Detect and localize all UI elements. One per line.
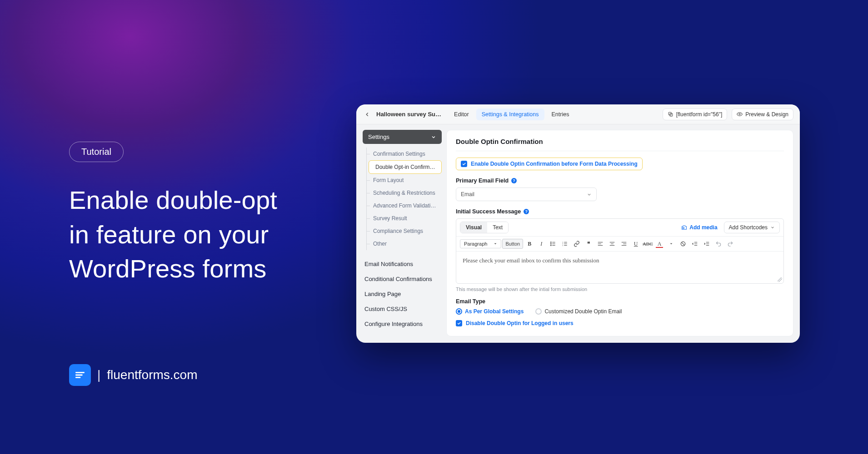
initial-success-label: Initial Success Message ?: [456, 208, 784, 215]
chevron-down-icon: [431, 134, 436, 140]
email-type-label: Email Type: [456, 298, 784, 305]
radio-unchecked-icon: [535, 308, 542, 315]
svg-text:3: 3: [562, 245, 563, 247]
shortcode-chip[interactable]: [fluentform id="56"]: [663, 109, 728, 120]
redo-icon[interactable]: [725, 239, 736, 249]
svg-point-2: [739, 114, 740, 115]
app-window: Halloween survey Su… Editor Settings & I…: [356, 104, 800, 343]
checkbox-checked-icon: [456, 320, 462, 326]
editor-textarea[interactable]: Please check your email inbox to confirm…: [456, 252, 783, 283]
chevron-down-icon: [587, 192, 592, 197]
chevron-down-icon: [770, 225, 775, 230]
editor-helper-text: This message will be shown after the int…: [456, 286, 784, 292]
editor-toolbar: Paragraph Button B I 123 ❝ U: [456, 237, 783, 252]
text-color-picker-icon[interactable]: [666, 239, 677, 249]
tab-editor[interactable]: Editor: [449, 109, 474, 120]
sidebar-item-compliance[interactable]: Compliance Settings: [367, 225, 442, 237]
sidebar-link-email-notifications[interactable]: Email Notifications: [363, 257, 442, 271]
paragraph-select[interactable]: Paragraph: [460, 239, 501, 248]
sidebar-item-scheduling[interactable]: Scheduling & Restrictions: [367, 187, 442, 199]
sidebar-group-settings[interactable]: Settings: [363, 130, 442, 144]
tab-entries[interactable]: Entries: [546, 109, 575, 120]
svg-point-5: [551, 243, 552, 244]
panel-heading: Double Optin Confirmation: [456, 138, 784, 151]
tab-settings-integrations[interactable]: Settings & Integrations: [476, 109, 544, 120]
caret-down-icon: [494, 242, 497, 246]
sidebar-link-conditional-confirmations[interactable]: Conditional Confirmations: [363, 271, 442, 286]
align-right-icon[interactable]: [619, 239, 629, 249]
svg-point-4: [551, 242, 552, 243]
media-icon: [681, 225, 687, 231]
copy-icon: [668, 111, 673, 117]
svg-point-3: [683, 227, 684, 228]
svg-point-6: [551, 245, 552, 246]
checkbox-checked-icon: [461, 161, 467, 167]
editor-tab-visual[interactable]: Visual: [460, 222, 487, 233]
sidebar-item-confirmation-settings[interactable]: Confirmation Settings: [367, 148, 442, 160]
eye-icon: [737, 111, 743, 117]
sidebar-link-configure-integrations[interactable]: Configure Integrations: [363, 316, 442, 331]
italic-icon[interactable]: I: [536, 239, 547, 249]
insert-button-tool[interactable]: Button: [502, 239, 523, 249]
sidebar-link-landing-page[interactable]: Landing Page: [363, 286, 442, 301]
radio-global-settings[interactable]: As Per Global Settings: [456, 308, 524, 315]
brand: | fluentforms.com: [69, 364, 197, 386]
enable-double-optin-checkbox[interactable]: Enable Double Optin Confirmation before …: [456, 158, 643, 170]
align-center-icon[interactable]: [607, 239, 618, 249]
disable-logged-in-checkbox[interactable]: Disable Double Optin for Logged in users: [456, 320, 784, 326]
undo-icon[interactable]: [713, 239, 724, 249]
form-title: Halloween survey Su…: [376, 111, 441, 118]
radio-customized-email[interactable]: Customized Double Optin Email: [535, 308, 622, 315]
editor-tab-text[interactable]: Text: [487, 222, 508, 233]
outdent-icon[interactable]: [689, 239, 700, 249]
headline: Enable double-opt in feature on your Wor…: [69, 183, 277, 286]
sidebar-link-custom-css-js[interactable]: Custom CSS/JS: [363, 301, 442, 316]
clear-format-icon[interactable]: [678, 239, 688, 249]
resize-handle-icon[interactable]: [778, 277, 782, 282]
back-button[interactable]: [363, 110, 372, 119]
add-media-button[interactable]: Add media: [678, 222, 721, 232]
preview-design-button[interactable]: Preview & Design: [732, 109, 793, 120]
sidebar-item-other[interactable]: Other: [367, 237, 442, 250]
add-shortcodes-button[interactable]: Add Shortcodes: [724, 222, 780, 233]
info-icon[interactable]: ?: [524, 209, 529, 214]
align-left-icon[interactable]: [595, 239, 606, 249]
primary-email-label: Primary Email Field ?: [456, 178, 784, 184]
numbered-list-icon[interactable]: 123: [559, 239, 570, 249]
editor-mode-segmented: Visual Text: [460, 222, 509, 233]
underline-icon[interactable]: U: [630, 239, 641, 249]
sidebar-item-advanced-validation[interactable]: Advanced Form Validati…: [367, 199, 442, 212]
sidebar-item-form-layout[interactable]: Form Layout: [367, 174, 442, 187]
text-color-icon[interactable]: A: [654, 239, 665, 249]
strikethrough-icon[interactable]: ABC: [642, 239, 653, 249]
sidebar-item-double-optin[interactable]: Double Opt-in Confirma…: [369, 160, 442, 174]
primary-email-select[interactable]: Email: [456, 188, 597, 201]
radio-checked-icon: [456, 308, 462, 315]
bullet-list-icon[interactable]: [548, 239, 559, 249]
indent-icon[interactable]: [701, 239, 712, 249]
info-icon[interactable]: ?: [511, 178, 517, 183]
link-icon[interactable]: [571, 239, 582, 249]
bold-icon[interactable]: B: [524, 239, 535, 249]
tutorial-badge: Tutorial: [69, 142, 124, 162]
blockquote-icon[interactable]: ❝: [583, 239, 594, 249]
sidebar-item-survey-result[interactable]: Survey Result: [367, 212, 442, 225]
fluentforms-logo-icon: [69, 364, 91, 386]
